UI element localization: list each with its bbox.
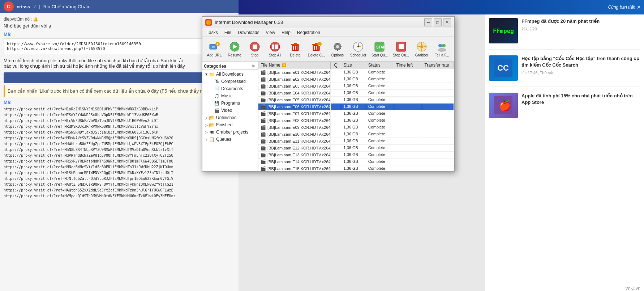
cat-video[interactable]: 🎬 Video xyxy=(207,107,258,114)
delete-button[interactable]: Delete xyxy=(286,39,304,59)
svg-text:🍎: 🍎 xyxy=(499,100,511,111)
file-time-cell xyxy=(394,145,422,151)
file-time-cell xyxy=(394,152,422,158)
col-size[interactable]: Size xyxy=(341,62,366,69)
minimize-button[interactable]: ─ xyxy=(424,18,432,26)
close-button[interactable]: ✕ xyxy=(443,18,451,26)
blog-item-ffmpeg[interactable]: FFmpeg FFmpeg đã được 20 năm phát triển … xyxy=(489,18,640,50)
file-transfer-cell xyxy=(422,90,454,96)
add-url-icon: + URL xyxy=(209,41,220,52)
ad-close-icon[interactable]: ✕ xyxy=(637,4,641,10)
menu-view[interactable]: View xyxy=(263,29,278,36)
table-row[interactable]: 🎬 [BB]I.am.sam.E08.KOR.HDTV.x264.HR-Noto… xyxy=(258,117,454,124)
cat-queues[interactable]: ▷ 📋 Queues xyxy=(202,136,258,143)
menu-help[interactable]: Help xyxy=(279,29,293,36)
cat-compressed[interactable]: 🗜 Compressed xyxy=(207,78,258,85)
categories-close-icon[interactable]: ✕ xyxy=(250,64,257,69)
file-q-cell xyxy=(331,97,341,103)
file-size-cell: 1,36 GB xyxy=(341,104,366,110)
table-row[interactable]: 🎬 [BB]I.am.sam.E14.KOR.HDTV.x264.HR-Noto… xyxy=(258,159,454,165)
scheduler-button[interactable]: Scheduler xyxy=(349,39,368,59)
code-block-1[interactable]: https://www.fshare.vn/folder/2MDSLEDJS0?… xyxy=(4,38,235,54)
start-queue-button[interactable]: START Start Qu... xyxy=(370,39,389,59)
menu-registration[interactable]: Registration xyxy=(294,29,323,36)
table-row[interactable]: 🎬 [BB]I.am.sam.E04.KOR.HDTV.x264.HR-Noto… xyxy=(258,90,454,97)
menu-file[interactable]: File xyxy=(222,29,234,36)
cat-programs[interactable]: 💾 Programs xyxy=(207,100,258,107)
col-q[interactable]: Q xyxy=(331,62,341,69)
col-time[interactable]: Time left xyxy=(394,62,422,69)
filelist-header: File Name 🔽 Q Size Status Time left Tran… xyxy=(258,62,454,69)
col-status[interactable]: Status xyxy=(366,62,394,69)
col-filename[interactable]: File Name 🔽 xyxy=(258,62,331,69)
svg-rect-15 xyxy=(294,43,297,44)
cat-unfinished[interactable]: ▷ 📂 Unfinished xyxy=(202,114,258,121)
cat-all-downloads[interactable]: ▼ 📁 All Downloads xyxy=(202,71,258,78)
menu-downloads[interactable]: Downloads xyxy=(235,29,262,36)
stop-queue-button[interactable]: Stop Qu... xyxy=(391,39,411,59)
blog-content-apple: Apple đã tính phí 15% cho nhà phát triển… xyxy=(521,93,640,118)
file-q-cell xyxy=(331,138,341,144)
svg-rect-31 xyxy=(334,46,335,47)
idm-menubar: Tasks File Downloads View Help Registrat… xyxy=(202,28,454,37)
file-name-cell: 🎬 [BB]I.am.sam.E07.KOR.HDTV.x264.HR-Noto… xyxy=(258,110,331,117)
menu-tasks[interactable]: Tasks xyxy=(204,29,221,36)
scheduler-label: Scheduler xyxy=(350,53,366,57)
svg-rect-29 xyxy=(337,43,338,45)
table-row[interactable]: 🎬 [BB]I.am.sam.E01.KOR.HDTV.x264.HR-Noto… xyxy=(258,69,454,76)
table-row[interactable]: 🎬 [BB]I.am.sam.E06.KOR.HDTV.x264.HR-Noto… xyxy=(258,104,454,110)
stop-button[interactable]: Stop xyxy=(246,39,264,59)
file-name-text: [BB]I.am.sam.E12.KOR.HDTV.x264.HR-Notori… xyxy=(267,146,331,150)
file-name-text: [BB]I.am.sam.E05.KOR.HDTV.x264.HR-Notori… xyxy=(267,98,331,102)
stop-queue-label: Stop Qu... xyxy=(393,53,409,57)
grabber-button[interactable]: Grabber xyxy=(413,39,431,59)
speaker-label: diepvot3m nói: 🔔 xyxy=(4,17,235,22)
maximize-button[interactable]: □ xyxy=(434,18,442,26)
table-row[interactable]: 🎬 [BB]I.am.sam.E05.KOR.HDTV.x264.HR-Noto… xyxy=(258,97,454,104)
table-row[interactable]: 🎬 [BB]I.am.sam.E03.KOR.HDTV.x264.HR-Noto… xyxy=(258,83,454,90)
cat-documents[interactable]: 📄 Documents xyxy=(207,85,258,92)
options-button[interactable]: Options xyxy=(329,39,347,59)
blog-content-ffmpeg: FFmpeg đã được 20 năm phát triển 21/12/2… xyxy=(521,18,640,43)
file-name-cell: 🎬 [BB]I.am.sam.E04.KOR.HDTV.x264.HR-Noto… xyxy=(258,90,331,96)
file-time-cell xyxy=(394,165,422,171)
stop-all-button[interactable]: Stop All xyxy=(266,39,284,59)
table-row[interactable]: 🎬 [BB]I.am.sam.E07.KOR.HDTV.x264.HR-Noto… xyxy=(258,110,454,117)
delete-c-button[interactable]: C Delete C... xyxy=(306,39,326,59)
blog-item-coccoc[interactable]: CC Học tập bằng "Cốc Cốc Học tập" trên t… xyxy=(489,55,640,87)
file-transfer-cell xyxy=(422,83,454,89)
table-row[interactable]: 🎬 [BB]I.am.sam.E09.KOR.HDTV.x264.HR-Noto… xyxy=(258,124,454,131)
file-q-cell xyxy=(331,90,341,96)
table-row[interactable]: 🎬 [BB]I.am.sam.E15.KOR.HDTV.x264.HR-Noto… xyxy=(258,165,454,171)
table-row[interactable]: 🎬 [BB]I.am.sam.E10.KOR.HDTV.x264.HR-Noto… xyxy=(258,131,454,138)
table-row[interactable]: 🎬 [BB]I.am.sam.E13.KOR.HDTV.x264.HR-Noto… xyxy=(258,152,454,159)
file-size-cell: 1,36 GB xyxy=(341,97,366,103)
file-type-icon: 🎬 xyxy=(261,70,266,75)
cat-grabber-projects[interactable]: ▷ 🕷 Grabber projects xyxy=(202,128,258,136)
tell-friend-label: Tell a F... xyxy=(435,53,449,57)
cat-documents-icon: 📄 xyxy=(214,86,220,92)
scheduler-icon xyxy=(352,41,364,52)
proxy-list[interactable]: https://proxy.vnzit.cf/?ref=M1aRcZMlSNY5… xyxy=(4,106,235,199)
file-transfer-cell xyxy=(422,138,454,144)
file-status-cell: Complete xyxy=(366,152,394,158)
table-row[interactable]: 🎬 [BB]I.am.sam.E11.KOR.HDTV.x264.HR-Noto… xyxy=(258,138,454,145)
blog-thumb-apple: 🍎 xyxy=(489,93,518,118)
cat-finished-icon: 📂 xyxy=(209,122,215,128)
tell-friend-button[interactable]: Tell a F... xyxy=(433,39,451,59)
file-status-cell: Complete xyxy=(366,131,394,138)
add-url-button[interactable]: + URL Add URL xyxy=(205,39,223,59)
svg-point-49 xyxy=(438,48,446,52)
ad-text: Cùng bạn tiến xyxy=(608,5,635,10)
cat-music[interactable]: 🎵 Music xyxy=(207,92,258,100)
file-time-cell xyxy=(394,138,422,144)
cat-expand-icon: ▷ xyxy=(204,130,209,134)
resume-button[interactable]: Resume xyxy=(226,39,244,59)
table-row[interactable]: 🎬 [BB]I.am.sam.E12.KOR.HDTV.x264.HR-Noto… xyxy=(258,145,454,152)
blog-item-apple[interactable]: 🍎 Apple đã tính phí 15% cho nhà phát tri… xyxy=(489,93,640,124)
col-transfer[interactable]: Transfer rate xyxy=(422,62,454,69)
cat-grabber-icon: 🕷 xyxy=(209,129,215,135)
table-row[interactable]: 🎬 [BB]I.am.sam.E02.KOR.HDTV.x264.HR-Noto… xyxy=(258,76,454,83)
blog-thumb-coccoc: CC xyxy=(489,55,518,81)
cat-finished[interactable]: ▷ 📂 Finished xyxy=(202,121,258,128)
